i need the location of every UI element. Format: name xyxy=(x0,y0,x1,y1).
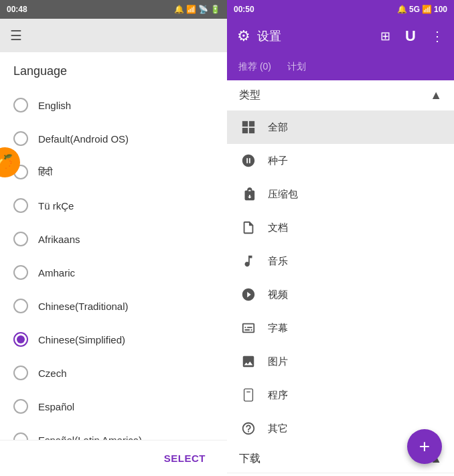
app-header: ⚙ 设置 ⊞ U ⋮ xyxy=(227,19,454,54)
battery-icon-right: 100 xyxy=(434,5,447,14)
dialog-title: Language xyxy=(0,52,227,85)
dropdown-item-subtitle[interactable]: 字幕 xyxy=(227,311,454,345)
settings-gear-icon: ⚙ xyxy=(237,27,250,45)
status-bar-left: 00:48 🔔 📶 📡 🔋 xyxy=(0,0,227,19)
radio-turkish xyxy=(13,198,28,213)
time-left: 00:48 xyxy=(7,5,27,14)
u-logo-icon[interactable]: U xyxy=(398,24,423,48)
language-item-turkish[interactable]: Tü rkÇe xyxy=(0,189,227,222)
dropdown-item-document[interactable]: 文档 xyxy=(227,211,454,244)
dropdown-item-program[interactable]: 程序 xyxy=(227,378,454,412)
language-name-hindi: हिंदी xyxy=(38,166,52,178)
all-label: 全部 xyxy=(268,121,288,134)
language-item-chinese-traditional[interactable]: Chinese(Traditional) xyxy=(0,289,227,323)
language-name-english: English xyxy=(38,100,71,111)
signal-icon: 📶 xyxy=(186,5,196,14)
status-icons-right: 🔔 5G 📶 100 xyxy=(397,5,447,14)
svg-rect-3 xyxy=(249,128,254,133)
svg-rect-2 xyxy=(242,128,248,133)
select-button[interactable]: SELECT xyxy=(156,447,214,469)
radio-czech xyxy=(13,366,28,380)
language-item-english[interactable]: English xyxy=(0,88,227,122)
download-location-row: 下载位置 👁 xyxy=(227,473,454,476)
status-icons-left: 🔔 📶 📡 🔋 xyxy=(174,5,220,14)
dropdown-item-music[interactable]: 音乐 xyxy=(227,244,454,278)
archive-label: 压缩包 xyxy=(268,188,298,201)
language-name-chinese-simplified: Chinese(Simplified) xyxy=(38,334,125,345)
language-item-amharic[interactable]: Amharic xyxy=(0,256,227,289)
tab-recommended[interactable]: 推荐 (0) xyxy=(237,58,273,76)
tab-planned[interactable]: 计划 xyxy=(286,58,307,76)
download-label: 下载 xyxy=(239,452,260,466)
radio-amharic xyxy=(13,265,28,280)
all-icon xyxy=(239,118,258,137)
fab-add-button[interactable]: + xyxy=(407,429,442,464)
dropdown-item-all[interactable]: 全部 xyxy=(227,110,454,144)
video-label: 视频 xyxy=(268,289,288,301)
document-icon xyxy=(239,218,258,237)
subtitle-label: 字幕 xyxy=(268,322,288,335)
hamburger-bar: ☰ xyxy=(0,19,227,52)
right-panel: 00:50 🔔 5G 📶 100 ⚙ 设置 ⊞ U ⋮ 推荐 (0) 计划 电报… xyxy=(227,0,454,476)
archive-icon xyxy=(239,185,258,204)
language-list: EnglishDefault(Android OS)हिंदीTü rkÇeAf… xyxy=(0,85,227,440)
more-dots-icon[interactable]: ⋮ xyxy=(431,28,444,44)
radio-english xyxy=(13,98,28,112)
dropdown-item-image[interactable]: 图片 xyxy=(227,345,454,378)
radio-afrikaans xyxy=(13,232,28,246)
language-item-chinese-simplified[interactable]: Chinese(Simplified) xyxy=(0,323,227,356)
image-label: 图片 xyxy=(268,355,288,368)
radio-espanol xyxy=(13,399,28,414)
language-item-espanol-latin[interactable]: Español(Latin America) xyxy=(0,423,227,440)
radio-default-android xyxy=(13,131,28,146)
music-label: 音乐 xyxy=(268,255,288,268)
program-label: 程序 xyxy=(268,389,288,402)
type-chevron-icon[interactable]: ▲ xyxy=(430,88,442,102)
svg-rect-1 xyxy=(249,121,254,127)
subtitle-icon xyxy=(239,319,258,337)
music-icon xyxy=(239,252,258,270)
language-name-czech: Czech xyxy=(38,368,67,379)
language-name-default-android: Default(Android OS) xyxy=(38,133,129,145)
program-icon xyxy=(239,386,258,404)
dropdown-panel: 类型 ▲ 全部 种子 压缩包 文档 xyxy=(227,80,454,476)
notification-icon-right: 🔔 xyxy=(397,5,407,14)
time-right: 00:50 xyxy=(234,5,254,14)
svg-rect-0 xyxy=(242,121,248,127)
hamburger-icon[interactable]: ☰ xyxy=(10,27,22,44)
signal5g-icon: 5G xyxy=(409,5,420,14)
svg-rect-4 xyxy=(244,389,253,401)
torrent-icon xyxy=(239,151,258,170)
dialog-bottom: SELECT xyxy=(0,440,227,476)
tabs-row: 推荐 (0) 计划 xyxy=(227,54,454,80)
status-bar-right: 00:50 🔔 5G 📶 100 xyxy=(227,0,454,19)
radio-chinese-simplified xyxy=(13,332,28,347)
battery-icon: 🔋 xyxy=(210,5,220,14)
header-icons: ⊞ U ⋮ xyxy=(380,24,444,48)
type-label: 类型 xyxy=(239,88,260,102)
left-panel: 00:48 🔔 📶 📡 🔋 ☰ 🍊 Language EnglishDefaul… xyxy=(0,0,227,476)
wifi-icon-right: 📶 xyxy=(422,5,432,14)
dropdown-item-archive[interactable]: 压缩包 xyxy=(227,177,454,211)
language-name-espanol-latin: Español(Latin America) xyxy=(38,434,142,441)
app-header-title: 设置 xyxy=(257,28,374,44)
language-item-hindi[interactable]: हिंदी xyxy=(0,155,227,189)
language-item-espanol[interactable]: Español xyxy=(0,390,227,423)
wifi-icon: 📡 xyxy=(198,5,208,14)
dropdown-item-video[interactable]: 视频 xyxy=(227,278,454,311)
video-icon xyxy=(239,285,258,304)
radio-espanol-latin xyxy=(13,432,28,440)
language-item-afrikaans[interactable]: Afrikaans xyxy=(0,222,227,256)
language-item-default-android[interactable]: Default(Android OS) xyxy=(0,122,227,155)
dropdown-item-torrent[interactable]: 种子 xyxy=(227,144,454,177)
grid-view-icon[interactable]: ⊞ xyxy=(380,29,390,44)
image-icon xyxy=(239,352,258,371)
type-section-header: 类型 ▲ xyxy=(227,80,454,110)
language-item-czech[interactable]: Czech xyxy=(0,356,227,390)
language-name-amharic: Amharic xyxy=(38,267,75,279)
language-name-afrikaans: Afrikaans xyxy=(38,234,80,245)
document-label: 文档 xyxy=(268,222,288,234)
other-label: 其它 xyxy=(268,422,288,435)
radio-chinese-traditional xyxy=(13,299,28,313)
language-name-turkish: Tü rkÇe xyxy=(38,200,74,212)
